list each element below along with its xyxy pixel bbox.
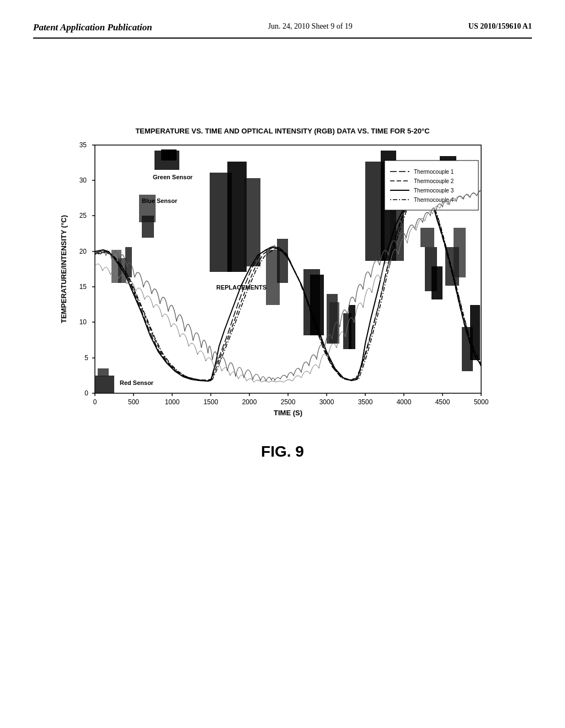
svg-text:REPLACEMENTS: REPLACEMENTS (216, 284, 266, 291)
svg-text:3500: 3500 (358, 398, 373, 406)
svg-rect-47 (142, 216, 154, 238)
svg-text:4000: 4000 (397, 398, 412, 406)
svg-text:3000: 3000 (319, 398, 334, 406)
svg-text:5: 5 (84, 354, 88, 362)
svg-rect-49 (227, 162, 247, 272)
chart-container: TEMPERATURE VS. TIME AND OPTICAL INTENSI… (33, 127, 532, 461)
svg-text:500: 500 (128, 398, 139, 406)
svg-text:Red Sensor: Red Sensor (120, 379, 154, 386)
svg-rect-45 (161, 149, 177, 160)
chart-area: 0 5 10 15 20 25 30 (56, 140, 509, 426)
header-center: Jun. 24, 2010 Sheet 9 of 19 (268, 22, 353, 31)
svg-rect-58 (349, 305, 355, 349)
svg-text:1500: 1500 (204, 398, 218, 406)
svg-rect-50 (244, 178, 260, 266)
svg-rect-43 (98, 368, 109, 377)
svg-rect-52 (277, 239, 288, 283)
chart-title: TEMPERATURE VS. TIME AND OPTICAL INTENSI… (135, 127, 429, 135)
svg-rect-66 (431, 266, 443, 299)
svg-text:2000: 2000 (242, 398, 257, 406)
svg-text:2500: 2500 (281, 398, 296, 406)
svg-text:TIME (S): TIME (S) (274, 409, 302, 417)
svg-text:Thermocouple 3: Thermocouple 3 (414, 188, 454, 194)
svg-text:20: 20 (79, 248, 87, 255)
svg-text:15: 15 (79, 283, 87, 291)
svg-text:30: 30 (79, 176, 87, 184)
svg-text:25: 25 (79, 212, 87, 220)
header: Patent Application Publication Jun. 24, … (33, 22, 532, 39)
header-right: US 2010/159610 A1 (468, 22, 532, 31)
svg-text:Green Sensor: Green Sensor (153, 174, 193, 180)
svg-text:Blue Sensor: Blue Sensor (142, 197, 178, 204)
svg-text:0: 0 (84, 389, 88, 397)
figure-label: FIG. 9 (261, 443, 304, 461)
svg-text:0: 0 (93, 398, 97, 406)
header-left: Patent Application Publication (33, 22, 152, 33)
svg-rect-42 (95, 376, 114, 393)
svg-text:TEMPERATURE/INTENSITY (°C): TEMPERATURE/INTENSITY (°C) (60, 215, 68, 323)
svg-rect-64 (420, 228, 434, 247)
svg-text:4500: 4500 (435, 398, 450, 406)
svg-text:35: 35 (79, 141, 87, 149)
svg-rect-68 (454, 228, 466, 277)
svg-text:5000: 5000 (474, 398, 489, 406)
chart-svg: 0 5 10 15 20 25 30 (56, 140, 509, 426)
svg-text:10: 10 (79, 318, 87, 326)
svg-text:Thermocouple 1: Thermocouple 1 (414, 169, 454, 175)
svg-text:Thermocouple 2: Thermocouple 2 (414, 178, 454, 184)
page: Patent Application Publication Jun. 24, … (0, 0, 565, 728)
svg-text:1000: 1000 (165, 398, 180, 406)
